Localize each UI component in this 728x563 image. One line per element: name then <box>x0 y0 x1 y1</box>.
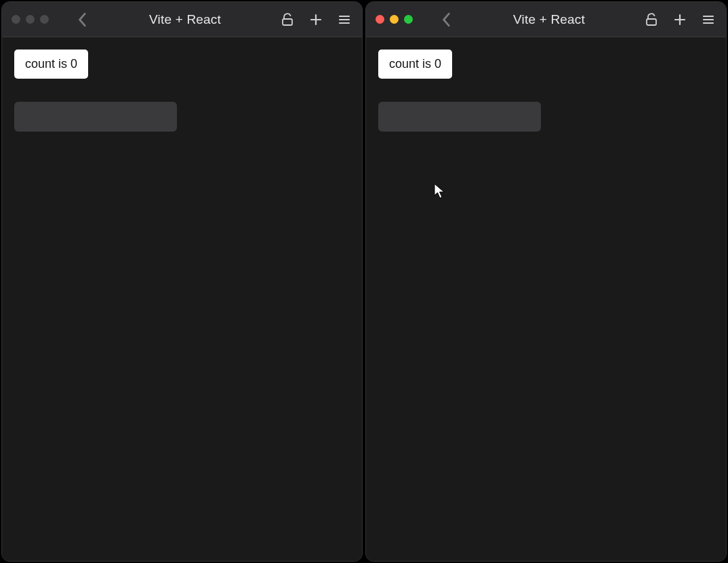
menu-button[interactable] <box>336 12 352 28</box>
app-window-left: Vite + React count is 0 <box>1 1 363 562</box>
plus-icon <box>309 13 323 26</box>
titlebar-actions <box>279 12 352 28</box>
maximize-icon[interactable] <box>404 15 413 24</box>
traffic-lights <box>12 15 49 24</box>
count-button[interactable]: count is 0 <box>14 50 88 79</box>
traffic-lights <box>376 15 413 24</box>
lock-button[interactable] <box>643 12 660 28</box>
titlebar: Vite + React <box>366 2 726 37</box>
new-tab-button[interactable] <box>672 12 688 28</box>
back-button[interactable] <box>75 12 91 28</box>
cursor-icon <box>434 183 446 202</box>
new-tab-button[interactable] <box>308 12 324 28</box>
hamburger-icon <box>702 13 715 26</box>
chevron-left-icon <box>78 12 87 27</box>
unlock-icon <box>645 13 658 26</box>
minimize-icon[interactable] <box>26 15 35 24</box>
plus-icon <box>673 13 687 26</box>
window-title: Vite + React <box>460 12 638 27</box>
svg-rect-0 <box>283 19 292 25</box>
chevron-left-icon <box>442 12 451 27</box>
close-icon[interactable] <box>376 15 384 24</box>
close-icon[interactable] <box>12 15 20 24</box>
count-button[interactable]: count is 0 <box>378 50 452 79</box>
window-title: Vite + React <box>96 12 274 27</box>
svg-rect-1 <box>647 19 656 25</box>
menu-button[interactable] <box>700 12 716 28</box>
unlock-icon <box>281 13 294 26</box>
hamburger-icon <box>338 13 351 26</box>
minimize-icon[interactable] <box>390 15 399 24</box>
lock-button[interactable] <box>279 12 296 28</box>
text-input[interactable] <box>378 102 541 132</box>
titlebar-actions <box>643 12 716 28</box>
content-area: count is 0 <box>366 37 726 561</box>
content-area: count is 0 <box>2 37 362 561</box>
maximize-icon[interactable] <box>40 15 49 24</box>
back-button[interactable] <box>439 12 455 28</box>
titlebar: Vite + React <box>2 2 362 37</box>
app-window-right: Vite + React count is 0 <box>365 1 727 562</box>
text-input[interactable] <box>14 102 177 132</box>
